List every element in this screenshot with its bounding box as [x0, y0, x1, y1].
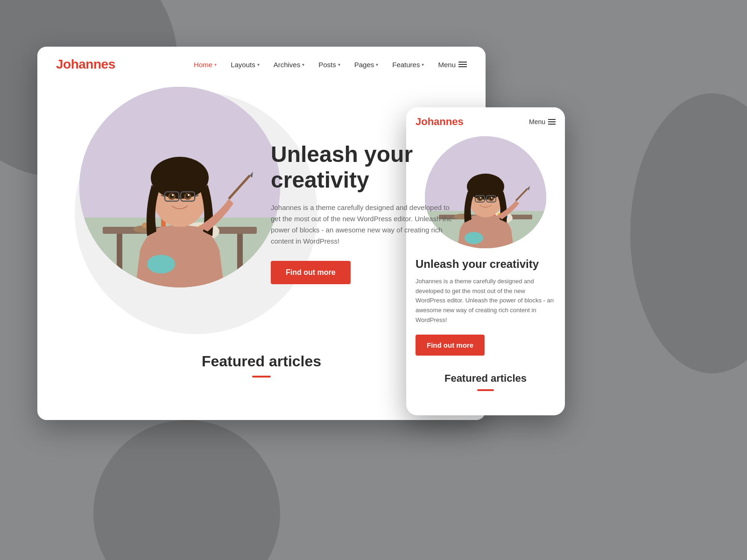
chevron-down-icon: ▾ [338, 62, 340, 67]
svg-rect-5 [237, 234, 243, 271]
nav-link-layouts[interactable]: Layouts ▾ [231, 61, 260, 69]
svg-point-57 [465, 232, 483, 244]
desktop-brand-logo[interactable]: Johannes [56, 57, 115, 72]
mobile-featured-title: Featured articles [406, 372, 565, 385]
nav-item-archives[interactable]: Archives ▾ [274, 61, 305, 69]
nav-link-archives[interactable]: Archives ▾ [274, 61, 305, 69]
nav-item-menu[interactable]: Menu [438, 61, 467, 69]
chevron-down-icon: ▾ [422, 62, 424, 67]
mobile-featured-underline [477, 389, 494, 391]
bg-blob-right [630, 93, 747, 373]
svg-point-32 [147, 255, 175, 273]
svg-point-18 [151, 157, 209, 199]
svg-point-54 [491, 197, 493, 199]
nav-item-features[interactable]: Features ▾ [392, 61, 424, 69]
desktop-nav-links: Home ▾ Layouts ▾ Archives ▾ Posts [194, 61, 467, 69]
hamburger-icon [458, 62, 467, 67]
nav-link-home[interactable]: Home ▾ [194, 61, 217, 69]
nav-link-pages[interactable]: Pages ▾ [354, 61, 379, 69]
chevron-down-icon: ▾ [376, 62, 378, 67]
nav-item-pages[interactable]: Pages ▾ [354, 61, 379, 69]
hero-image-circle [79, 87, 280, 287]
mobile-find-out-button[interactable]: Find out more [416, 335, 485, 356]
desktop-nav: Johannes Home ▾ Layouts ▾ Archives ▾ [37, 47, 486, 82]
nav-link-features[interactable]: Features ▾ [392, 61, 424, 69]
chevron-down-icon: ▾ [302, 62, 304, 67]
chevron-down-icon: ▾ [214, 62, 217, 67]
desktop-hero-description: Johannes is a theme carefully designed a… [271, 202, 458, 247]
desktop-hero-content: Unleash your creativity Johannes is a th… [271, 141, 458, 284]
nav-item-layouts[interactable]: Layouts ▾ [231, 61, 260, 69]
desktop-featured-underline [252, 376, 271, 378]
bg-circle-bottom [93, 420, 280, 560]
nav-link-posts[interactable]: Posts ▾ [318, 61, 340, 69]
mobile-menu-item[interactable]: Menu [529, 118, 556, 126]
nav-item-posts[interactable]: Posts ▾ [318, 61, 340, 69]
mobile-brand-logo[interactable]: Johannes [416, 116, 464, 128]
mobile-featured-section: Featured articles [406, 365, 565, 391]
svg-point-53 [480, 197, 481, 199]
mobile-hamburger-icon [548, 119, 556, 125]
mobile-nav: Johannes Menu [406, 107, 565, 136]
desktop-hero-title: Unleash your creativity [271, 141, 458, 193]
svg-rect-4 [117, 234, 122, 271]
chevron-down-icon: ▾ [257, 62, 260, 67]
desktop-find-out-button[interactable]: Find out more [271, 261, 351, 284]
hero-person-image [79, 87, 280, 287]
svg-point-29 [188, 194, 190, 196]
nav-item-home[interactable]: Home ▾ [194, 61, 217, 69]
svg-point-28 [172, 194, 174, 196]
